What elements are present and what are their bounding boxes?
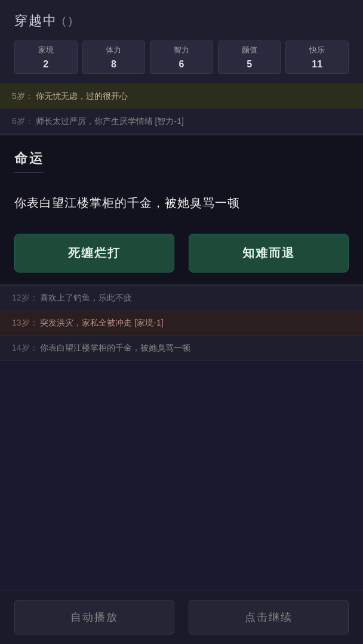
event-text: 师长太过严厉，你产生厌学情绪 [智力-1]: [36, 116, 184, 126]
event-age: 13岁：: [12, 318, 38, 327]
stat-value: 11: [288, 59, 346, 70]
event-age: 5岁：: [12, 91, 33, 101]
event-text: 喜欢上了钓鱼，乐此不疲: [40, 293, 132, 302]
stat-label: 快乐: [288, 45, 346, 55]
stat-label: 智力: [153, 45, 210, 55]
bottom-event-item-0: 12岁： 喜欢上了钓鱼，乐此不疲: [0, 286, 363, 311]
stat-value: 6: [153, 59, 210, 70]
bottom-event-log: 12岁： 喜欢上了钓鱼，乐此不疲13岁： 突发洪灾，家私全被冲走 [家境-1]1…: [0, 286, 363, 361]
top-event-item-0: 5岁： 你无忧无虑，过的很开心: [0, 84, 363, 109]
auto-play-button[interactable]: 自动播放: [14, 600, 174, 634]
event-text: 你表白望江楼掌柜的千金，被她臭骂一顿: [40, 343, 190, 352]
animation-indicator: ( ): [62, 15, 72, 27]
event-age: 14岁：: [12, 343, 38, 352]
top-event-item-1: 6岁： 师长太过严厉，你产生厌学情绪 [智力-1]: [0, 109, 363, 134]
stat-value: 5: [221, 59, 278, 70]
continue-button[interactable]: 点击继续: [189, 600, 349, 634]
stat-value: 8: [85, 59, 143, 70]
stat-item-体力: 体力 8: [82, 41, 146, 74]
page-title: 穿越中: [14, 12, 57, 30]
title-row: 穿越中 ( ): [14, 12, 349, 30]
stats-grid: 家境 2 体力 8 智力 6 颜值 5 快乐 11: [14, 41, 349, 74]
fate-description: 你表白望江楼掌柜的千金，被她臭骂一顿: [14, 193, 349, 212]
event-age: 12岁：: [12, 293, 38, 302]
bottom-event-item-2: 14岁： 你表白望江楼掌柜的千金，被她臭骂一顿: [0, 336, 363, 361]
stat-item-智力: 智力 6: [150, 41, 213, 74]
stat-item-快乐: 快乐 11: [285, 41, 349, 74]
bottom-event-item-1: 13岁： 突发洪灾，家私全被冲走 [家境-1]: [0, 311, 363, 336]
fate-buttons: 死缠烂打知难而退: [14, 234, 349, 273]
fate-btn-fight[interactable]: 死缠烂打: [14, 234, 174, 273]
fate-title: 命运: [14, 150, 44, 173]
top-event-log: 5岁： 你无忧无虑，过的很开心6岁： 师长太过严厉，你产生厌学情绪 [智力-1]: [0, 83, 363, 134]
fate-btn-retreat[interactable]: 知难而退: [189, 234, 349, 273]
stat-value: 2: [17, 59, 75, 70]
fate-section: 命运 你表白望江楼掌柜的千金，被她臭骂一顿 死缠烂打知难而退: [0, 134, 363, 286]
bottom-controls: 自动播放 点击继续: [0, 590, 363, 644]
stat-label: 家境: [17, 45, 75, 55]
stat-item-家境: 家境 2: [14, 41, 78, 74]
stat-label: 颜值: [221, 45, 278, 55]
event-text: 你无忧无虑，过的很开心: [36, 91, 128, 101]
event-text: 突发洪灾，家私全被冲走 [家境-1]: [40, 318, 163, 327]
event-age: 6岁：: [12, 116, 33, 126]
stat-item-颜值: 颜值 5: [218, 41, 281, 74]
stat-label: 体力: [85, 45, 143, 55]
top-section: 穿越中 ( ) 家境 2 体力 8 智力 6 颜值 5 快乐 11: [0, 0, 363, 83]
